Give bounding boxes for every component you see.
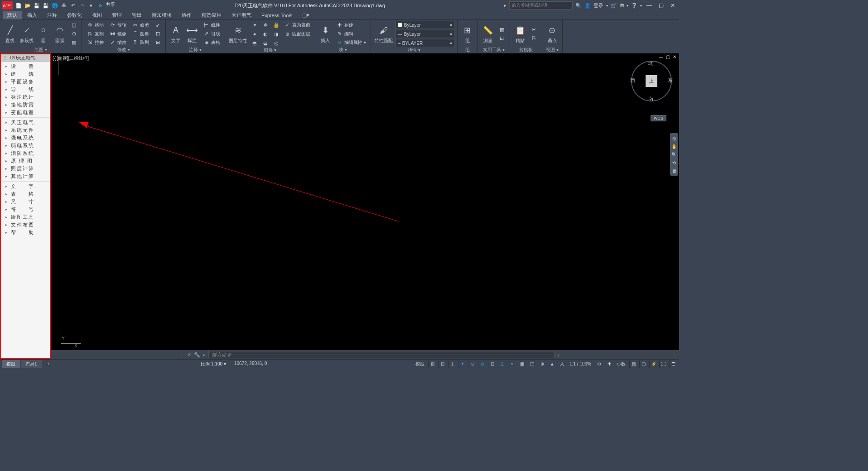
nav-pan-icon[interactable]: ✋ [671,143,677,149]
tab-manage[interactable]: 管理 [107,11,126,19]
tab-express[interactable]: Express Tools [257,12,297,19]
match-props-button[interactable]: 🖌特性匹配 [374,23,394,45]
group-button[interactable]: ⊞组 [460,23,475,45]
layer-tool-5[interactable]: ◐ [260,30,270,38]
nav-orbit-icon[interactable]: ⟲ [671,159,677,166]
side-item-system-comp[interactable]: 系统元件 [1,126,50,134]
modify-misc-2[interactable]: ⊡ [153,30,163,38]
side-item-dimension[interactable]: 尺 寸 [1,198,50,206]
status-units[interactable]: 小数 [615,361,627,367]
sb-transparency-icon[interactable]: ▦ [518,360,526,368]
side-item-tangent-elec[interactable]: 天正电气 [1,119,50,126]
tab-addins[interactable]: 附加模块 [147,11,176,19]
close-button[interactable]: ✕ [668,1,677,10]
sb-otrack-icon[interactable]: ∠ [498,360,506,368]
layer-current-button[interactable]: ✓置为当前 [282,21,312,29]
line-button[interactable]: ╱直线 [3,23,17,45]
cmd-recent-icon[interactable]: ▴ [557,352,560,358]
dwg-minimize-icon[interactable]: — [658,54,664,59]
sb-workspace-icon[interactable]: ▤ [629,360,637,368]
sb-plus-icon[interactable]: ✚ [605,360,613,368]
search-nav-icon[interactable]: ▸ [504,3,506,8]
sb-snap-icon[interactable]: ⊡ [438,360,446,368]
draw-misc-3[interactable]: ▨ [69,38,79,47]
sb-annoscale-icon[interactable]: ▲ [548,360,556,368]
move-button[interactable]: ✥移动 [85,21,106,29]
sb-hwaccel-icon[interactable]: ⚡ [649,360,657,368]
panel-draw-title[interactable]: 绘图 ▾ [3,47,79,53]
layer-tool-9[interactable]: ◎ [271,39,281,47]
dwg-maximize-icon[interactable]: ▢ [665,54,671,59]
fillet-button[interactable]: ⌒圆角 [130,30,151,38]
redo-icon[interactable]: ↷ [78,1,86,10]
viewcube-east[interactable]: 东 [668,77,673,84]
help-icon[interactable]: ❔ [631,3,637,9]
nav-zoom-icon[interactable]: 🔍 [671,151,677,158]
viewcube-south[interactable]: 南 [648,96,653,102]
share-icon[interactable]: ➤ [96,1,104,10]
login-label[interactable]: 登录 [593,2,603,9]
lineweight-combo[interactable]: ━BYLAYER▾ [395,39,454,47]
text-button[interactable]: A文字 [169,23,183,45]
tab-annotate[interactable]: 注释 [43,11,62,19]
create-block-button[interactable]: ✚创建 [334,21,368,29]
panel-properties-title[interactable]: 特性 ▾ [374,47,454,53]
open-icon[interactable]: 📂 [24,1,32,10]
side-item-plan-device[interactable]: 平面设备 [1,78,50,86]
cmd-chevron-icon[interactable]: ▸ [203,352,206,358]
minimize-button[interactable]: — [645,1,654,10]
layer-tool-8[interactable]: ◒ [260,39,270,47]
sb-iso-icon[interactable]: ◇ [468,360,476,368]
app-switch-dropdown-icon[interactable]: ▾ [627,4,628,8]
side-panel-header[interactable]: ⋮T20天正电气... [1,54,50,62]
saveas-icon[interactable]: 💾 [42,1,50,10]
side-item-table[interactable]: 表 格 [1,190,50,198]
leader-button[interactable]: ↗引线 [201,30,222,38]
rotate-button[interactable]: ⟳旋转 [107,21,128,29]
command-input[interactable]: 键入命令 [208,351,555,358]
tab-add[interactable]: + [43,360,54,367]
side-item-schematic[interactable]: 原 理 图 [1,157,50,165]
side-item-wire[interactable]: 导 线 [1,86,50,93]
panel-group-title[interactable]: 组 [460,47,475,53]
dim-button[interactable]: ⟷标注 [185,23,199,45]
panel-utilities-title[interactable]: 实用工具 ▾ [481,47,507,53]
side-item-weak-elec[interactable]: 弱电系统 [1,142,50,149]
sb-monitor-icon[interactable]: ▢ [639,360,647,368]
status-model-space[interactable]: 模型 [414,361,426,367]
circle-button[interactable]: ○圆 [36,23,51,45]
copy-button[interactable]: ⎘复制 [85,30,106,38]
side-item-illum-calc[interactable]: 照度计算 [1,165,50,173]
panel-block-title[interactable]: 块 ▾ [318,47,368,53]
sb-polar-icon[interactable]: ✦ [458,360,466,368]
linetype-combo[interactable]: —ByLayer▾ [395,30,454,38]
array-button[interactable]: ⠿阵列 [130,38,151,47]
status-scale[interactable]: 比例 1:100 ▾ [199,361,228,367]
sb-3dosnap-icon[interactable]: ⊡ [488,360,496,368]
layer-tool-1[interactable]: ✦ [250,21,260,29]
layer-tool-2[interactable]: ❄ [260,21,270,29]
side-item-settings[interactable]: 设 置 [1,62,50,70]
panel-layers-title[interactable]: 图层 ▾ [228,47,312,53]
tab-insert[interactable]: 插入 [23,11,42,19]
sb-gear-icon[interactable]: ⚙ [595,360,603,368]
sb-customize-icon[interactable]: ☰ [669,360,677,368]
panel-clipboard-title[interactable]: 剪贴板 [513,47,539,53]
search-input[interactable]: 输入关键字或短语 [509,1,573,10]
layer-tool-6[interactable]: ◑ [271,30,281,38]
cmd-config-icon[interactable]: 🔧 [194,352,200,358]
app-icon[interactable]: ACAD [2,1,13,10]
panel-annotation-title[interactable]: 注释 ▾ [169,47,222,53]
side-item-file-layout[interactable]: 文件布图 [1,221,50,229]
draw-misc-1[interactable]: ◫ [69,21,79,29]
side-item-building[interactable]: 建 筑 [1,70,50,78]
stretch-button[interactable]: ⇲拉伸 [85,38,106,47]
viewcube[interactable]: 上 北 南 东 西 [631,61,672,101]
mirror-button[interactable]: ⧓镜像 [107,30,128,38]
layer-match-button[interactable]: ⊜匹配图层 [282,30,312,38]
arc-button[interactable]: ◠圆弧 [53,23,67,45]
side-item-symbol[interactable]: 符 号 [1,206,50,213]
web-icon[interactable]: 🌐 [51,1,59,10]
trim-button[interactable]: ✂修剪 [130,21,151,29]
nav-wheel-icon[interactable]: ◎ [671,135,677,141]
